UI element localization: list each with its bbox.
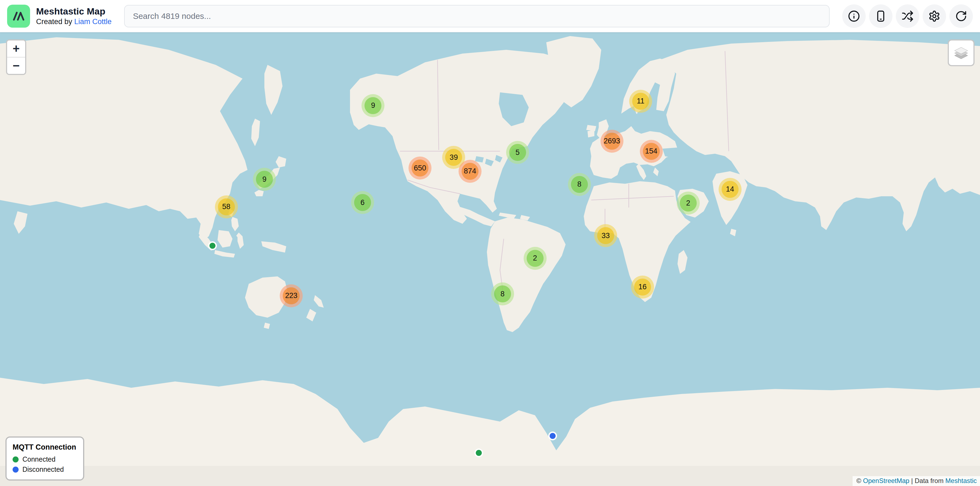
cluster-count: 9 bbox=[256, 171, 273, 188]
cluster-marker[interactable]: 11 bbox=[629, 90, 652, 113]
header-toolbar bbox=[842, 5, 973, 28]
legend-label: Disconnected bbox=[22, 465, 64, 473]
meshtastic-logo bbox=[7, 5, 30, 28]
cluster-count: 874 bbox=[461, 163, 479, 180]
cluster-count: 2 bbox=[680, 194, 697, 212]
refresh-button[interactable] bbox=[950, 5, 973, 28]
info-button[interactable] bbox=[842, 5, 866, 28]
cluster-count: 11 bbox=[632, 93, 649, 110]
layers-icon bbox=[953, 45, 969, 61]
legend-item-disconnected: Disconnected bbox=[13, 465, 76, 473]
cluster-marker[interactable]: 650 bbox=[409, 156, 431, 180]
cluster-count: 223 bbox=[283, 287, 300, 304]
zoom-out-button[interactable]: − bbox=[7, 57, 25, 74]
legend-title: MQTT Connection bbox=[13, 443, 76, 451]
settings-button[interactable] bbox=[923, 5, 946, 28]
byline-prefix: Created by bbox=[36, 18, 75, 26]
smartphone-icon bbox=[875, 10, 887, 22]
cluster-count: 8 bbox=[494, 285, 511, 303]
cluster-marker[interactable]: 9 bbox=[361, 94, 385, 117]
cluster-marker[interactable]: 8 bbox=[491, 282, 514, 305]
shuffle-button[interactable] bbox=[896, 5, 919, 28]
cluster-count: 14 bbox=[722, 181, 738, 198]
cluster-count: 154 bbox=[643, 143, 660, 160]
layers-button[interactable] bbox=[948, 40, 975, 66]
cluster-marker[interactable]: 5 bbox=[506, 141, 529, 164]
author-link[interactable]: Liam Cottle bbox=[75, 18, 112, 26]
cluster-marker[interactable]: 8 bbox=[568, 173, 591, 196]
cluster-marker[interactable]: 874 bbox=[458, 160, 482, 183]
search-input[interactable] bbox=[124, 5, 830, 27]
legend-item-connected: Connected bbox=[13, 455, 76, 463]
zoom-in-button[interactable]: + bbox=[7, 40, 25, 57]
info-icon bbox=[848, 10, 860, 22]
meshtastic-logo-icon bbox=[11, 8, 26, 24]
attribution-middle: | Data from bbox=[910, 477, 945, 484]
map-canvas[interactable]: 995863965087451126931548214331628223 + −… bbox=[0, 32, 980, 486]
cluster-marker[interactable]: 16 bbox=[631, 276, 654, 298]
mqtt-legend: MQTT Connection Connected Disconnected bbox=[5, 437, 84, 481]
app-titles: Meshtastic Map Created by Liam Cottle bbox=[36, 6, 111, 26]
cluster-count: 5 bbox=[509, 144, 526, 161]
top-bar: Meshtastic Map Created by Liam Cottle bbox=[0, 0, 980, 32]
cluster-count: 2 bbox=[527, 250, 544, 267]
node-marker-connected[interactable] bbox=[208, 241, 217, 250]
shuffle-icon bbox=[902, 10, 913, 22]
cluster-marker[interactable]: 58 bbox=[215, 195, 238, 218]
search-container bbox=[124, 5, 830, 27]
connected-dot bbox=[13, 456, 19, 462]
cluster-marker[interactable]: 154 bbox=[640, 140, 663, 163]
attribution-prefix: © bbox=[856, 477, 863, 484]
cluster-marker[interactable]: 9 bbox=[253, 168, 276, 191]
cluster-marker[interactable]: 6 bbox=[351, 191, 374, 214]
cluster-count: 6 bbox=[354, 194, 371, 211]
cluster-marker[interactable]: 14 bbox=[719, 178, 741, 201]
zoom-control: + − bbox=[6, 40, 26, 75]
cluster-marker[interactable]: 2693 bbox=[600, 130, 624, 153]
legend-label: Connected bbox=[22, 455, 56, 463]
cluster-count: 8 bbox=[571, 176, 588, 193]
meshtastic-map-app: Meshtastic Map Created by Liam Cottle bbox=[0, 0, 980, 486]
cluster-marker[interactable]: 223 bbox=[280, 284, 303, 307]
refresh-icon bbox=[955, 10, 967, 22]
node-marker-disconnected[interactable] bbox=[548, 432, 557, 440]
cluster-count: 39 bbox=[445, 149, 462, 166]
cluster-count: 58 bbox=[218, 198, 235, 215]
meshtastic-link[interactable]: Meshtastic bbox=[945, 477, 977, 484]
byline: Created by Liam Cottle bbox=[36, 18, 111, 26]
cluster-marker[interactable]: 33 bbox=[594, 224, 617, 247]
disconnected-dot bbox=[13, 467, 19, 473]
cluster-count: 9 bbox=[364, 97, 382, 114]
device-button[interactable] bbox=[869, 5, 892, 28]
gear-icon bbox=[928, 10, 940, 22]
cluster-count: 650 bbox=[412, 159, 428, 177]
node-marker-connected[interactable] bbox=[474, 448, 483, 457]
cluster-count: 33 bbox=[597, 227, 614, 244]
cluster-marker[interactable]: 2 bbox=[523, 247, 547, 270]
cluster-marker[interactable]: 2 bbox=[677, 191, 700, 215]
marker-layer: 995863965087451126931548214331628223 bbox=[0, 32, 980, 486]
page-title: Meshtastic Map bbox=[36, 6, 111, 17]
cluster-count: 2693 bbox=[603, 133, 620, 150]
cluster-count: 16 bbox=[634, 279, 651, 296]
map-attribution: © OpenStreetMap | Data from Meshtastic bbox=[853, 476, 980, 486]
osm-link[interactable]: OpenStreetMap bbox=[863, 477, 909, 484]
